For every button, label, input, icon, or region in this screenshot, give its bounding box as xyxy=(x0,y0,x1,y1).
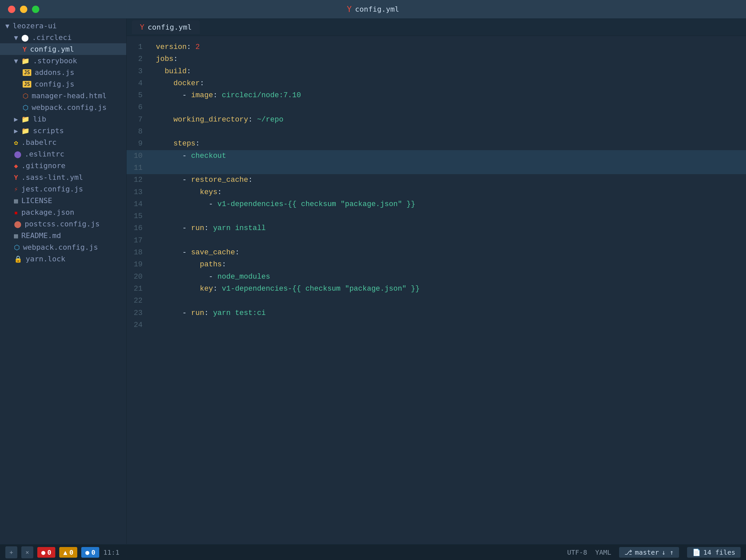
sidebar-item-scripts[interactable]: ▶ 📁 scripts xyxy=(0,125,126,137)
warnings-badge[interactable]: ▲ 0 xyxy=(59,547,77,558)
sidebar-webpack-config-label: webpack.config.js xyxy=(23,243,98,252)
line-number-11: 11 xyxy=(126,162,150,174)
babel-file-icon: ✿ xyxy=(14,139,18,147)
traffic-light-yellow[interactable] xyxy=(20,6,27,13)
sidebar-item-config-js[interactable]: JS config.js xyxy=(0,78,126,90)
sidebar-item-yarn-lock[interactable]: 🔒 yarn.lock xyxy=(0,253,126,265)
line-content-17[interactable] xyxy=(150,235,746,247)
line-content-14[interactable]: - v1-dependencies-{{ checksum "package.j… xyxy=(150,199,746,210)
sidebar-item-jest-config[interactable]: ⚡ jest.config.js xyxy=(0,183,126,195)
sidebar-item-lib[interactable]: ▶ 📁 lib xyxy=(0,113,126,125)
info-badge[interactable]: ● 0 xyxy=(81,547,99,558)
sidebar-item-babelrc[interactable]: ✿ .babelrc xyxy=(0,137,126,148)
info-count: 0 xyxy=(91,548,95,556)
sidebar-item-manager-head[interactable]: ⬡ manager-head.html xyxy=(0,90,126,101)
tab-config-yml[interactable]: Y config.yml xyxy=(132,20,200,34)
sidebar-webpack-storybook-label: webpack.config.js xyxy=(32,103,107,112)
sidebar-item-sass-lint[interactable]: Y .sass-lint.yml xyxy=(0,172,126,183)
line-content-19[interactable]: paths: xyxy=(150,259,746,271)
line-content-15[interactable] xyxy=(150,210,746,223)
title-bar-text: Y config.yml xyxy=(347,5,399,14)
line-content-20[interactable]: - node_modules xyxy=(150,271,746,283)
git-branch-button[interactable]: ⎇ master ↓ ↑ xyxy=(619,547,679,558)
files-count-button[interactable]: 📄 14 files xyxy=(687,547,741,558)
sidebar-item-webpack-storybook[interactable]: ⬡ webpack.config.js xyxy=(0,101,126,113)
close-tab-button[interactable]: × xyxy=(21,547,33,558)
line-content-2[interactable]: jobs: xyxy=(150,53,746,65)
code-line-23: 23 - run: yarn test:ci xyxy=(126,307,746,319)
sidebar-item-readme[interactable]: ▦ README.md xyxy=(0,230,126,241)
code-line-11: 11 xyxy=(126,162,746,174)
sidebar-item-package-json[interactable]: ▪ package.json xyxy=(0,206,126,218)
circleci-title-icon: Y xyxy=(347,5,352,14)
line-content-23[interactable]: - run: yarn test:ci xyxy=(150,307,746,319)
line-content-22[interactable] xyxy=(150,295,746,307)
package-file-icon: ▪ xyxy=(14,208,18,216)
sidebar-readme-label: README.md xyxy=(21,231,61,240)
file-type-label: YAML xyxy=(595,548,611,556)
lib-expand-icon: ▶ xyxy=(14,115,18,123)
sidebar-item-addons-js[interactable]: JS addons.js xyxy=(0,67,126,78)
line-number-23: 23 xyxy=(126,307,150,319)
errors-badge[interactable]: ● 0 xyxy=(37,547,55,558)
git-branch-label: master xyxy=(635,548,659,556)
sidebar-item-storybook[interactable]: ▼ 📁 .storybook xyxy=(0,55,126,67)
line-content-12[interactable]: - restore_cache: xyxy=(150,174,746,186)
line-number-6: 6 xyxy=(126,101,150,114)
tab-bar: Y config.yml xyxy=(126,19,746,36)
info-icon: ● xyxy=(85,548,89,556)
sidebar-item-eslintrc[interactable]: ⬤ .eslintrc xyxy=(0,148,126,160)
line-content-18[interactable]: - save_cache: xyxy=(150,247,746,259)
cursor-position: 11:1 xyxy=(103,548,119,556)
error-icon: ● xyxy=(41,548,45,556)
postcss-file-icon: ⬤ xyxy=(14,220,21,228)
scripts-expand-icon: ▶ xyxy=(14,127,18,135)
line-number-14: 14 xyxy=(126,199,150,210)
line-number-5: 5 xyxy=(126,90,150,101)
sidebar-item-license[interactable]: ▦ LICENSE xyxy=(0,195,126,206)
sidebar-item-webpack-config[interactable]: ⬡ webpack.config.js xyxy=(0,241,126,253)
line-number-13: 13 xyxy=(126,186,150,199)
line-number-16: 16 xyxy=(126,223,150,234)
code-line-16: 16 - run: yarn install xyxy=(126,223,746,234)
add-tab-button[interactable]: + xyxy=(5,547,17,558)
line-number-15: 15 xyxy=(126,210,150,223)
line-content-6[interactable] xyxy=(150,101,746,114)
line-number-24: 24 xyxy=(126,319,150,331)
line-content-5[interactable]: - image: circleci/node:7.10 xyxy=(150,90,746,101)
traffic-light-green[interactable] xyxy=(32,6,39,13)
traffic-light-red[interactable] xyxy=(8,6,15,13)
line-content-4[interactable]: docker: xyxy=(150,78,746,90)
line-content-9[interactable]: steps: xyxy=(150,138,746,150)
sidebar-config-js-label: config.js xyxy=(35,80,74,88)
sidebar-root[interactable]: ▼ leozera-ui xyxy=(0,20,126,32)
line-number-2: 2 xyxy=(126,53,150,65)
code-line-6: 6 xyxy=(126,101,746,114)
line-content-3[interactable]: build: xyxy=(150,66,746,78)
code-line-20: 20 - node_modules xyxy=(126,271,746,283)
line-content-16[interactable]: - run: yarn install xyxy=(150,223,746,234)
line-content-1[interactable]: version: 2 xyxy=(150,41,746,53)
line-content-21[interactable]: key: v1-dependencies-{{ checksum "packag… xyxy=(150,283,746,295)
code-line-5: 5 - image: circleci/node:7.10 xyxy=(126,90,746,101)
code-line-8: 8 xyxy=(126,126,746,138)
line-content-13[interactable]: keys: xyxy=(150,186,746,199)
line-content-11[interactable] xyxy=(150,162,746,174)
line-content-8[interactable] xyxy=(150,126,746,138)
scripts-folder-icon: 📁 xyxy=(21,127,30,135)
sidebar-item-gitignore[interactable]: ◆ .gitignore xyxy=(0,160,126,172)
line-number-7: 7 xyxy=(126,114,150,126)
line-number-10: 10 xyxy=(126,150,150,162)
line-content-7[interactable]: working_directory: ~/repo xyxy=(150,114,746,126)
line-content-24[interactable] xyxy=(150,319,746,331)
code-line-22: 22 xyxy=(126,295,746,307)
code-editor[interactable]: 1version: 22jobs:3 build:4 docker:5 - im… xyxy=(126,36,746,544)
yarn-file-icon: 🔒 xyxy=(14,255,22,263)
sidebar-item-postcss-config[interactable]: ⬤ postcss.config.js xyxy=(0,218,126,230)
sidebar-postcss-config-label: postcss.config.js xyxy=(25,220,99,228)
sidebar-eslintrc-label: .eslintrc xyxy=(25,150,64,158)
line-content-10[interactable]: - checkout xyxy=(150,150,746,162)
line-number-17: 17 xyxy=(126,235,150,247)
sidebar-item-circleci[interactable]: ▼ ⬤ .circleci xyxy=(0,32,126,43)
sidebar-item-config-yml[interactable]: Y config.yml xyxy=(0,43,126,55)
